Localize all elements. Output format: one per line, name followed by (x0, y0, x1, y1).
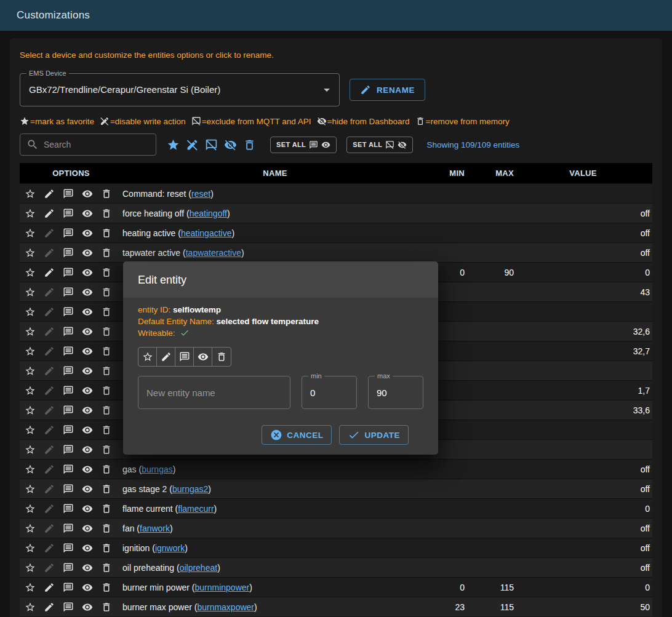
toggle-edit-pencil-icon[interactable] (157, 348, 175, 366)
table-row[interactable]: burner max power (burnmaxpower) 23 115 5… (20, 597, 652, 616)
edit-pencil-icon[interactable] (44, 444, 55, 455)
table-row[interactable]: fan (fanwork) off (20, 518, 652, 538)
visibility-eye-icon[interactable] (82, 484, 93, 495)
rename-button[interactable]: RENAME (350, 79, 425, 101)
delete-trash-icon[interactable] (101, 602, 112, 613)
delete-trash-icon[interactable] (101, 385, 112, 396)
comment-icon[interactable] (63, 405, 74, 416)
set-all-visible-button[interactable]: SET ALL (270, 137, 337, 153)
visibility-eye-icon[interactable] (82, 424, 93, 436)
delete-trash-icon[interactable] (101, 562, 112, 573)
ems-device-select[interactable]: EMS Device GBx72/Trendline/Cerapur/Green… (20, 73, 340, 106)
visibility-eye-icon[interactable] (82, 444, 93, 455)
visibility-eye-icon[interactable] (82, 247, 93, 258)
entity-shortname-link[interactable]: reset (191, 189, 210, 199)
delete-trash-icon[interactable] (101, 188, 112, 199)
entity-shortname-link[interactable]: ignwork (155, 543, 185, 553)
comment-icon[interactable] (63, 424, 74, 436)
comment-icon[interactable] (63, 543, 74, 554)
edit-pencil-icon[interactable] (44, 385, 55, 396)
table-row[interactable]: force heating off (heatingoff) off (20, 203, 652, 223)
favorite-star-icon[interactable] (25, 346, 36, 357)
comment-icon[interactable] (63, 385, 74, 396)
favorite-star-icon[interactable] (25, 444, 36, 455)
comment-icon[interactable] (63, 287, 74, 298)
table-row[interactable]: heating active (heatingactive) off (20, 223, 652, 242)
edit-pencil-icon[interactable] (44, 464, 55, 475)
entity-shortname-link[interactable]: fanwork (140, 523, 170, 533)
entity-shortname-link[interactable]: oilpreheat (180, 563, 218, 573)
edit-pencil-icon[interactable] (44, 188, 55, 199)
delete-trash-icon[interactable] (101, 247, 112, 258)
visibility-eye-icon[interactable] (82, 602, 93, 613)
table-row[interactable]: Command: reset (reset) (20, 183, 652, 203)
delete-trash-icon[interactable] (101, 287, 112, 298)
delete-trash-icon[interactable] (101, 228, 112, 239)
filter-comment-off-icon[interactable] (202, 133, 221, 156)
cancel-button[interactable]: CANCEL (262, 425, 332, 445)
favorite-star-icon[interactable] (25, 582, 36, 593)
edit-pencil-icon[interactable] (44, 424, 55, 436)
visibility-eye-icon[interactable] (82, 503, 93, 514)
visibility-eye-icon[interactable] (82, 582, 93, 593)
favorite-star-icon[interactable] (25, 287, 36, 298)
table-row[interactable]: gas stage 2 (burngas2) off (20, 479, 652, 498)
edit-pencil-icon[interactable] (44, 247, 55, 258)
comment-icon[interactable] (63, 188, 74, 199)
visibility-eye-icon[interactable] (82, 385, 93, 396)
delete-trash-icon[interactable] (101, 405, 112, 416)
favorite-star-icon[interactable] (25, 543, 36, 554)
set-all-hidden-button[interactable]: SET ALL (346, 137, 413, 153)
edit-pencil-icon[interactable] (44, 602, 55, 613)
delete-trash-icon[interactable] (101, 484, 112, 495)
comment-icon[interactable] (63, 582, 74, 593)
edit-pencil-icon[interactable] (44, 523, 55, 534)
favorite-star-icon[interactable] (25, 464, 36, 475)
comment-icon[interactable] (63, 484, 74, 495)
table-row[interactable]: ignition (ignwork) off (20, 538, 652, 557)
comment-icon[interactable] (63, 267, 74, 278)
delete-trash-icon[interactable] (101, 326, 112, 337)
entity-shortname-link[interactable]: tapwateractive (186, 248, 241, 258)
edit-pencil-icon[interactable] (44, 484, 55, 495)
visibility-eye-icon[interactable] (82, 523, 93, 534)
comment-icon[interactable] (63, 306, 74, 317)
table-row[interactable]: gas (burngas) off (20, 459, 652, 479)
comment-icon[interactable] (63, 464, 74, 475)
favorite-star-icon[interactable] (25, 228, 36, 239)
comment-icon[interactable] (63, 365, 74, 376)
entity-shortname-link[interactable]: flamecurr (178, 504, 214, 514)
comment-icon[interactable] (63, 228, 74, 239)
edit-pencil-icon[interactable] (44, 543, 55, 554)
delete-trash-icon[interactable] (101, 365, 112, 376)
favorite-star-icon[interactable] (25, 602, 36, 613)
favorite-star-icon[interactable] (25, 365, 36, 376)
favorite-star-icon[interactable] (25, 385, 36, 396)
comment-icon[interactable] (63, 602, 74, 613)
delete-trash-icon[interactable] (101, 582, 112, 593)
visibility-eye-icon[interactable] (82, 543, 93, 554)
edit-pencil-icon[interactable] (44, 228, 55, 239)
favorite-star-icon[interactable] (25, 267, 36, 278)
delete-trash-icon[interactable] (101, 464, 112, 475)
entity-shortname-link[interactable]: burngas2 (172, 484, 208, 494)
edit-pencil-icon[interactable] (44, 287, 55, 298)
delete-trash-icon[interactable] (101, 523, 112, 534)
visibility-eye-icon[interactable] (82, 405, 93, 416)
max-input[interactable] (369, 376, 423, 408)
visibility-eye-icon[interactable] (82, 228, 93, 239)
visibility-eye-icon[interactable] (82, 208, 93, 219)
toggle-visibility-eye-icon[interactable] (194, 348, 212, 366)
table-row[interactable]: flame current (flamecurr) 0 (20, 498, 652, 518)
visibility-eye-icon[interactable] (82, 287, 93, 298)
delete-trash-icon[interactable] (101, 424, 112, 436)
delete-trash-icon[interactable] (101, 267, 112, 278)
visibility-eye-icon[interactable] (82, 365, 93, 376)
filter-favorite-star-icon[interactable] (164, 133, 183, 156)
edit-pencil-icon[interactable] (44, 405, 55, 416)
comment-icon[interactable] (63, 503, 74, 514)
entity-shortname-link[interactable]: burngas (142, 464, 173, 474)
filter-edit-off-icon[interactable] (183, 133, 202, 156)
edit-pencil-icon[interactable] (44, 306, 55, 317)
visibility-eye-icon[interactable] (82, 326, 93, 337)
